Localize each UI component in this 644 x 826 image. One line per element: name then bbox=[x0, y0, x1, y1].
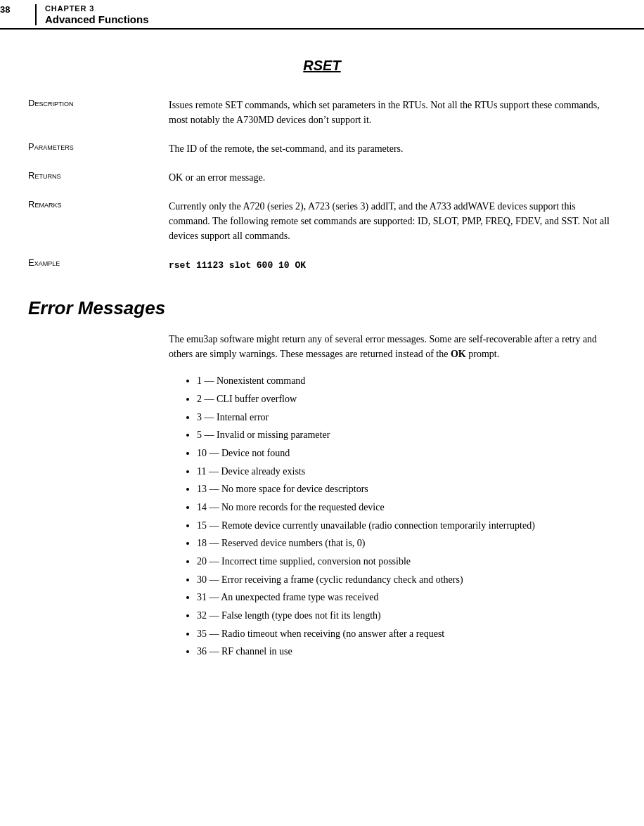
list-item: 15 — Remote device currently unavailable… bbox=[197, 518, 616, 534]
rset-row-label: Description bbox=[28, 93, 169, 137]
rset-row: RemarksCurrently only the A720 (series 2… bbox=[28, 195, 616, 253]
rset-row: DescriptionIssues remote SET commands, w… bbox=[28, 93, 616, 137]
rset-row-value: The ID of the remote, the set-command, a… bbox=[169, 137, 616, 166]
rset-section-title-container: RSET bbox=[28, 58, 616, 74]
chapter-number: 38 bbox=[0, 4, 37, 25]
ok-bold: OK bbox=[451, 349, 466, 359]
page-header: 38 CHAPTER 3 Advanced Functions bbox=[0, 0, 644, 30]
list-item: 20 — Incorrect time supplied, conversion… bbox=[197, 554, 616, 569]
rset-row-value: Issues remote SET commands, which set pa… bbox=[169, 93, 616, 137]
list-item: 5 — Invalid or missing parameter bbox=[197, 427, 616, 443]
chapter-label: CHAPTER 3 bbox=[45, 4, 149, 13]
list-item: 2 — CLI buffer overflow bbox=[197, 392, 616, 407]
list-item: 13 — No more space for device descriptor… bbox=[197, 482, 616, 497]
list-item: 32 — False length (type does not fit its… bbox=[197, 608, 616, 624]
error-messages-intro: The emu3ap software might return any of … bbox=[169, 332, 616, 362]
list-item: 30 — Error receiving a frame (cyclic red… bbox=[197, 572, 616, 588]
rset-row: ParametersThe ID of the remote, the set-… bbox=[28, 137, 616, 166]
rset-row-value: rset 11123 slot 600 10 OK bbox=[169, 253, 616, 283]
rset-row-label: Remarks bbox=[28, 195, 169, 253]
list-item: 11 — Device already exists bbox=[197, 464, 616, 479]
list-item: 18 — Reserved device numbers (that is, 0… bbox=[197, 536, 616, 551]
section-title: Advanced Functions bbox=[45, 13, 149, 25]
page-content: RSET DescriptionIssues remote SET comman… bbox=[0, 58, 644, 690]
list-item: 14 — No more records for the requested d… bbox=[197, 500, 616, 515]
list-item: 36 — RF channel in use bbox=[197, 644, 616, 659]
header-right: CHAPTER 3 Advanced Functions bbox=[37, 4, 149, 25]
list-item: 3 — Internal error bbox=[197, 410, 616, 425]
rset-description-table: DescriptionIssues remote SET commands, w… bbox=[28, 93, 616, 283]
error-messages-section: Error Messages The emu3ap software might… bbox=[28, 297, 616, 659]
rset-row-label: Returns bbox=[28, 166, 169, 195]
rset-row-value: Currently only the A720 (series 2), A723… bbox=[169, 195, 616, 253]
rset-row-label: Example bbox=[28, 253, 169, 283]
rset-row-label: Parameters bbox=[28, 137, 169, 166]
list-item: 1 — Nonexistent command bbox=[197, 373, 616, 389]
error-messages-title: Error Messages bbox=[28, 297, 616, 319]
page: 38 CHAPTER 3 Advanced Functions RSET Des… bbox=[0, 0, 644, 826]
rset-row-value: OK or an error message. bbox=[169, 166, 616, 195]
rset-row: Examplerset 11123 slot 600 10 OK bbox=[28, 253, 616, 283]
rset-example-code: rset 11123 slot 600 10 OK bbox=[169, 259, 616, 273]
list-item: 35 — Radio timeout when receiving (no an… bbox=[197, 626, 616, 642]
rset-row: ReturnsOK or an error message. bbox=[28, 166, 616, 195]
list-item: 31 — An unexpected frame type was receiv… bbox=[197, 590, 616, 605]
list-item: 10 — Device not found bbox=[197, 446, 616, 461]
error-list: 1 — Nonexistent command2 — CLI buffer ov… bbox=[183, 373, 616, 659]
rset-title: RSET bbox=[303, 58, 340, 73]
